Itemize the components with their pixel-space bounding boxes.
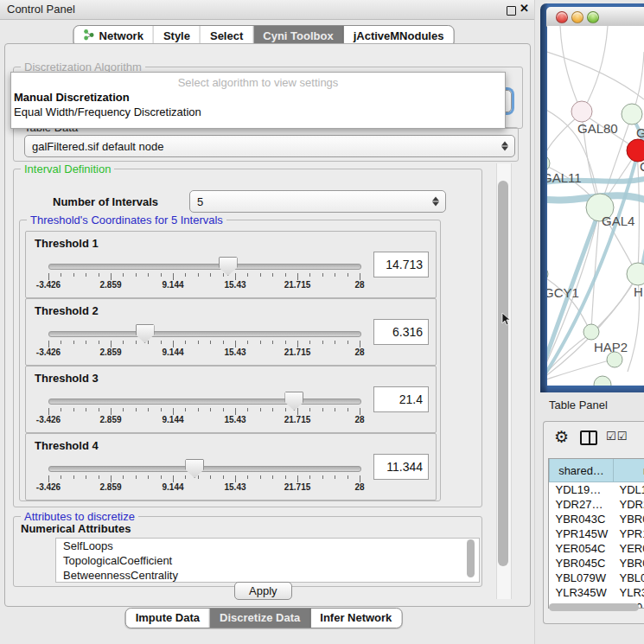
threshold-label: Threshold 4 — [35, 439, 99, 452]
table-row[interactable]: YLR345WYLR3 — [550, 585, 644, 600]
threshold-value-field[interactable] — [373, 319, 429, 345]
threshold-value-field[interactable] — [373, 386, 429, 412]
list-scrollbar-thumb[interactable] — [467, 539, 475, 577]
zoom-traffic-light[interactable] — [587, 11, 599, 23]
table-data-combobox[interactable]: galFiltered.sif default node — [24, 135, 515, 157]
slider-tick-labels: -3.4262.8599.14415.4321.71528 — [48, 280, 360, 292]
slider-track[interactable] — [48, 331, 361, 337]
table-row[interactable]: YDL19…YDL1 — [550, 482, 644, 498]
table-cell[interactable]: YDL1 — [614, 482, 644, 498]
table-cell[interactable]: YBR0 — [614, 556, 644, 571]
table-hscrollbar-thumb[interactable] — [549, 603, 639, 611]
slider-track[interactable] — [48, 264, 361, 270]
slider-track[interactable] — [48, 399, 361, 405]
slider-ticks — [48, 341, 360, 348]
table-cell[interactable]: YBR043C — [550, 512, 614, 526]
node — [627, 263, 644, 285]
dropdown-option[interactable]: Manual Discretization — [14, 91, 502, 104]
table-cell[interactable]: YLR3 — [614, 585, 644, 600]
slider-tick-labels: -3.4262.8599.14415.4321.71528 — [48, 348, 360, 360]
table-data-group: Table Data galFiltered.sif default node — [13, 127, 519, 162]
tab-impute-data[interactable]: Impute Data — [126, 609, 210, 628]
table-row[interactable]: YBR045CYBR0 — [550, 556, 644, 571]
dropdown-option[interactable]: Equal Width/Frequency Discretization — [14, 105, 502, 118]
table-row[interactable]: YBL079WYBL0 — [550, 571, 644, 585]
network-view[interactable]: GAL80 GA C GAL11 GAL4 GCY1 H HAP2 — [547, 26, 644, 386]
slider-ticks — [48, 273, 360, 280]
table-cell[interactable]: YLR345W — [550, 585, 614, 600]
table-cell[interactable]: YER054C — [550, 541, 614, 556]
checkbox-icons[interactable]: ☑☑ — [606, 430, 628, 443]
slider-track[interactable] — [48, 466, 361, 472]
svg-text:GAL4: GAL4 — [602, 214, 634, 228]
slider-tick-labels: -3.4262.8599.14415.4321.71528 — [48, 415, 360, 427]
table-cell[interactable]: YBR045C — [550, 556, 614, 571]
list-item[interactable]: BetweennessCentrality — [56, 568, 479, 583]
close-icon[interactable]: ✕ — [520, 2, 529, 15]
node-hap2 — [583, 324, 599, 340]
threshold-panel: Threshold 2-3.4262.8599.14415.4321.71528 — [25, 298, 437, 366]
svg-text:GA: GA — [636, 125, 644, 140]
node — [594, 376, 611, 386]
network-icon — [84, 29, 95, 43]
svg-text:HAP2: HAP2 — [594, 340, 628, 354]
tab-discretize-data[interactable]: Discretize Data — [210, 609, 310, 628]
float-window-icon[interactable] — [507, 6, 516, 16]
numerical-attributes-list[interactable]: SelfLoopsTopologicalCoefficientBetweenne… — [55, 538, 480, 583]
table-cell[interactable]: YBR0 — [614, 512, 644, 526]
table-panel-title: Table Panel — [549, 399, 608, 411]
threshold-value-field[interactable] — [373, 252, 429, 277]
scrollbar-thumb[interactable] — [498, 181, 508, 566]
table-cell[interactable]: YDR27… — [550, 497, 614, 512]
table-cell[interactable]: YBL079W — [550, 571, 614, 585]
column-header: n — [614, 459, 644, 482]
threshold-panel: Threshold 4-3.4262.8599.14415.4321.71528 — [25, 433, 437, 501]
table-cell[interactable]: YBL0 — [614, 571, 644, 585]
combo-arrows-icon — [432, 197, 439, 207]
threshold-value-field[interactable] — [373, 454, 429, 480]
algorithm-dropdown-popup: Select algorithm to view settings Manual… — [10, 72, 506, 129]
slider-ticks — [48, 475, 360, 482]
num-intervals-combobox[interactable]: 5 — [189, 190, 446, 213]
table-header-row[interactable]: shared… n — [550, 459, 644, 482]
close-traffic-light[interactable] — [556, 11, 568, 23]
combo-arrows-icon — [501, 142, 508, 151]
gear-icon[interactable]: ⚙ — [554, 427, 569, 447]
columns-icon[interactable] — [580, 430, 597, 445]
table-cell[interactable]: YPR1 — [614, 526, 644, 541]
minimize-traffic-light[interactable] — [571, 11, 583, 23]
tab-label: Network — [99, 29, 143, 42]
group-title: Interval Definition — [21, 163, 114, 175]
list-item[interactable]: TopologicalCoefficient — [56, 553, 479, 568]
table-cell[interactable]: YPR145W — [550, 526, 614, 541]
thresholds-group: Threshold's Coordinates for 5 Intervals … — [19, 220, 441, 501]
dropdown-hint: Select algorithm to view settings — [11, 76, 505, 89]
table-row[interactable]: YER054CYER0 — [550, 541, 644, 556]
svg-text:H: H — [634, 284, 643, 299]
node-table[interactable]: shared… n YDL19…YDL1YDR27…YDR2YBR043CYBR… — [548, 458, 644, 609]
group-title: Attributes to discretize — [21, 510, 138, 523]
threshold-label: Threshold 2 — [35, 304, 99, 317]
svg-text:GAL11: GAL11 — [547, 170, 582, 185]
slider-ticks — [48, 408, 360, 415]
table-cell[interactable]: YDL19… — [550, 482, 614, 498]
node-gal11 — [547, 155, 550, 172]
table-row[interactable]: YBR043CYBR0 — [550, 512, 644, 526]
tab-label: Impute Data — [136, 611, 200, 624]
table-cell[interactable]: YDR2 — [614, 497, 644, 512]
network-window-titlebar[interactable] — [546, 7, 644, 27]
table-row[interactable]: YPR145WYPR1 — [550, 526, 644, 541]
screen: Control Panel ✕ NetworkStyleSelectCyni T… — [0, 0, 644, 644]
threshold-panel: Threshold 1-3.4262.8599.14415.4321.71528 — [25, 231, 437, 298]
list-item[interactable]: SelfLoops — [56, 539, 479, 553]
panel-title: Control Panel — [7, 3, 75, 16]
svg-text:GAL80: GAL80 — [577, 121, 618, 136]
apply-button[interactable]: Apply — [234, 582, 292, 600]
table-row[interactable]: YDR27…YDR2 — [550, 497, 644, 512]
interval-definition-group: Interval Definition Number of Intervals … — [13, 169, 482, 507]
num-intervals-label: Number of Intervals — [53, 195, 158, 208]
node-pink — [571, 101, 592, 122]
table-cell[interactable]: YER0 — [614, 541, 644, 556]
bottom-tab-bar: Impute DataDiscretize DataInfer Network — [125, 608, 403, 628]
tab-infer-network[interactable]: Infer Network — [310, 609, 401, 628]
